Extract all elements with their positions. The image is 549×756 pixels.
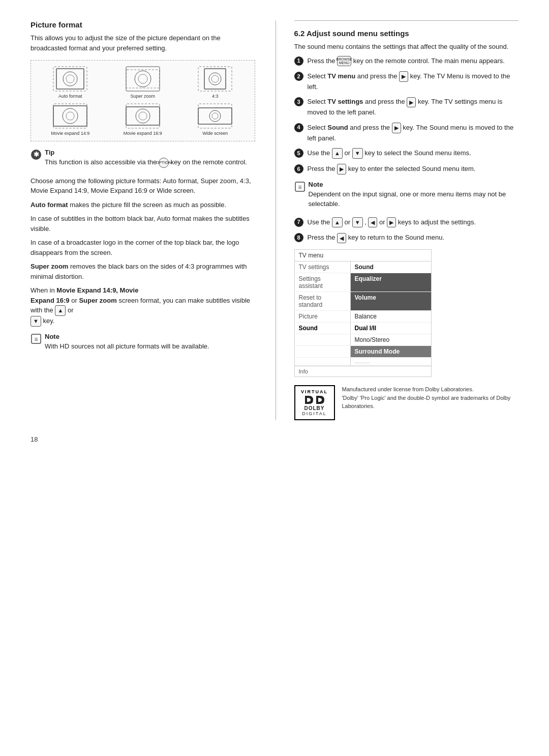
step-3: 3 Select TV settings and press the ▶ key… (294, 97, 519, 117)
tv-menu-left-6 (295, 346, 351, 357)
tip-text: Tip This function is also accessible via… (45, 149, 247, 172)
tv-menu-col2-header: Sound (351, 261, 431, 273)
tip-icon: ✱ (30, 149, 42, 160)
format-grid: Auto format Super zoom (36, 66, 250, 136)
format-superzoom-label: Super zoom (130, 94, 155, 99)
tv-menu-right-6: Surround Mode (351, 346, 431, 357)
note-icon: ≡ (30, 333, 42, 344)
step-6: 6 Press the ▶ key to enter the selected … (294, 164, 519, 175)
tv-menu-left-5 (295, 334, 351, 345)
format-widescreen: Wide screen (181, 103, 250, 136)
auto-format-bold: Auto format (30, 201, 68, 209)
svg-rect-12 (53, 104, 87, 128)
tv-menu-right-5: Mono/Stereo (351, 334, 431, 345)
format-movie169: Movie expand 16:9 (109, 103, 177, 136)
tv-menu-right-7: ........... (351, 358, 431, 365)
tip-box: ✱ Tip This function is also accessible v… (30, 149, 255, 172)
right-arrow-key-2: ▶ (399, 71, 408, 82)
format-widescreen-label: Wide screen (202, 131, 228, 136)
step-1-num: 1 (294, 56, 303, 66)
svg-point-22 (209, 110, 221, 122)
tv-menu-row-2: Reset to standard Volume (295, 292, 431, 311)
steps-list-2: 7 Use the ▲ or ▼ , ◀ or ▶ keys to adjust… (294, 217, 519, 244)
down-key-5: ▼ (352, 148, 363, 159)
svg-rect-17 (126, 107, 160, 125)
svg-point-23 (212, 113, 218, 119)
step-4-content: Select Sound and press the ▶ key. The So… (308, 123, 519, 143)
right-note-box: ≡ Note Dependent on the input signal, on… (294, 181, 519, 213)
picture-format-intro: This allows you to adjust the size of th… (30, 33, 255, 53)
right-note-body: Dependent on the input signal, one or mo… (309, 189, 519, 209)
section-heading: 6.2 Adjust sound menu settings (294, 29, 519, 38)
right-note-icon: ≡ (294, 181, 306, 192)
tv-menu-right-2: Volume (351, 292, 431, 310)
tv-menu-left-1: Settings assistant (295, 273, 351, 292)
svg-rect-16 (126, 104, 160, 128)
step-4: 4 Select Sound and press the ▶ key. The … (294, 123, 519, 143)
tv-menu-right-4: Dual I/II (351, 323, 431, 334)
option-key-icon: OPTION (159, 158, 169, 168)
picture-format-diagram: Auto format Super zoom (30, 60, 255, 141)
down-key-7: ▼ (352, 217, 363, 228)
step-5-num: 5 (294, 149, 303, 158)
svg-rect-9 (204, 69, 226, 89)
down-arrow-key: ▼ (30, 316, 41, 327)
svg-rect-8 (198, 67, 232, 91)
up-key-7: ▲ (332, 217, 343, 228)
svg-rect-13 (53, 106, 87, 126)
format-auto: Auto format (36, 66, 105, 99)
left-note-text: Note With HD sources not all picture for… (45, 333, 209, 356)
step-8-num: 8 (294, 233, 303, 242)
svg-point-15 (66, 112, 74, 120)
dolby-logo: VIRTUAL DOLBY DIGITAL (294, 385, 335, 420)
svg-point-7 (138, 74, 147, 83)
movie-expand-text: When in Movie Expand 14:9, Movie Expand … (30, 285, 255, 327)
tv-menu-right-3: Balance (351, 311, 431, 322)
step-8-content: Press the ◀ key to return to the Sound m… (308, 232, 519, 243)
svg-text:≡: ≡ (34, 336, 38, 343)
svg-point-10 (209, 73, 221, 85)
svg-rect-4 (126, 70, 160, 88)
tv-menu-header-row: TV settings Sound (295, 261, 431, 273)
dolby-d-icon-1 (304, 395, 314, 404)
dolby-disclaimer: Manufactured under license from Dolby La… (342, 385, 519, 411)
svg-rect-20 (198, 104, 232, 128)
svg-point-6 (135, 71, 151, 87)
page-layout: Picture format This allows you to adjust… (30, 20, 518, 420)
tv-menu-col1-header: TV settings (295, 261, 351, 273)
left-column: Picture format This allows you to adjust… (30, 20, 255, 420)
right-arrow-key-4: ▶ (392, 123, 401, 133)
svg-point-2 (63, 72, 77, 86)
step-4-num: 4 (294, 123, 303, 132)
format-movie149-label: Movie expand 14:9 (51, 131, 89, 136)
tv-menu-row-5: Mono/Stereo (295, 334, 431, 346)
picture-format-heading: Picture format (30, 20, 255, 29)
format-movie149: Movie expand 14:9 (36, 103, 105, 136)
dolby-brand: DOLBY (304, 405, 325, 411)
super-zoom-text: Super zoom removes the black bars on the… (30, 261, 255, 281)
svg-rect-0 (53, 67, 87, 91)
svg-text:✱: ✱ (34, 151, 39, 158)
svg-point-11 (211, 75, 219, 82)
right-key-7: ▶ (387, 217, 396, 228)
tv-menu-left-4: Sound (295, 323, 351, 334)
right-column: 6.2 Adjust sound menu settings The sound… (276, 20, 519, 420)
right-arrow-key-3: ▶ (407, 97, 416, 108)
step-6-content: Press the ▶ key to enter the selected So… (308, 164, 519, 175)
left-key-7: ◀ (368, 217, 377, 228)
tv-menu-box: TV menu TV settings Sound Settings assis… (294, 249, 432, 377)
tv-menu-row-6: Surround Mode (295, 346, 431, 358)
format-superzoom: Super zoom (109, 66, 177, 99)
section-divider (294, 20, 519, 21)
section-intro: The sound menu contains the settings tha… (294, 42, 519, 52)
tv-menu-title: TV menu (295, 250, 431, 261)
step-3-num: 3 (294, 97, 303, 106)
dolby-digital: DIGITAL (302, 411, 326, 416)
tv-menu-row-7: ........... (295, 358, 431, 366)
left-note-body: With HD sources not all picture formats … (45, 341, 209, 352)
subtitle-text: In case of subtitles in the bottom black… (30, 214, 255, 234)
choose-text: Choose among the following picture forma… (30, 176, 255, 196)
step-5: 5 Use the ▲ or ▼ key to select the Sound… (294, 148, 519, 159)
tv-menu-info: Info (295, 366, 431, 376)
format-43-label: 4:3 (212, 94, 219, 99)
